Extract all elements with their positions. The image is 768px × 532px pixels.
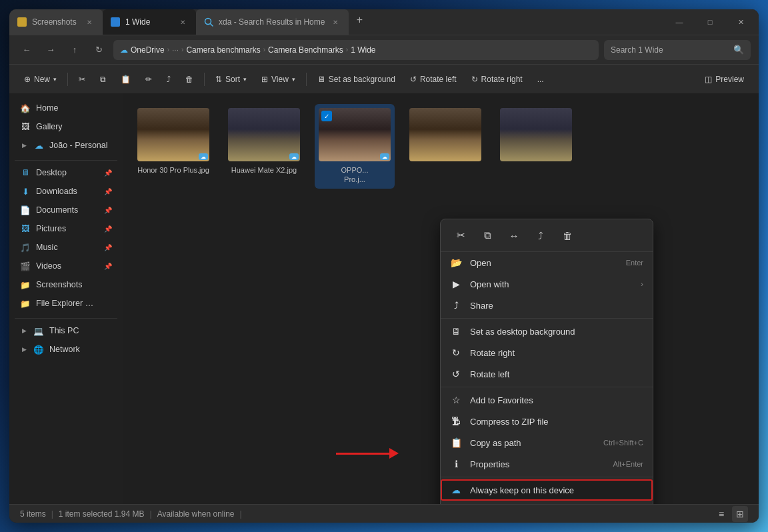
file-item-1[interactable]: ☁ Huawei Mate X2.jpg: [224, 104, 304, 189]
ctx-copypath[interactable]: 📋 Copy as path Ctrl+Shift+C: [441, 432, 653, 453]
rename-button[interactable]: ✏: [139, 71, 159, 87]
sidebar-label-thispc: This PC: [49, 326, 79, 335]
ctx-rotright-label: Rotate right: [470, 348, 515, 358]
cut-button[interactable]: ✂: [72, 71, 92, 87]
new-tab-button[interactable]: +: [349, 9, 370, 31]
ctx-rotright[interactable]: ↻ Rotate right: [441, 342, 653, 363]
minimize-button[interactable]: —: [664, 9, 695, 35]
tab-1wide[interactable]: 1 Wide ✕: [103, 9, 196, 35]
fileexplorer-icon: 📁: [20, 298, 31, 309]
ctx-share-button[interactable]: ⤴: [529, 225, 553, 246]
view-icon: ⊞: [261, 75, 268, 84]
copy-button[interactable]: ⧉: [93, 71, 113, 87]
preview-label: Preview: [715, 75, 744, 84]
ctx-paste-button[interactable]: ↔: [502, 225, 526, 246]
sidebar-item-thispc[interactable]: ▶ 💻 This PC: [12, 322, 120, 339]
ctx-open[interactable]: 📂 Open Enter: [441, 252, 653, 273]
new-button[interactable]: ⊕ New ▾: [17, 71, 63, 87]
rotate-left-icon: ↺: [410, 75, 417, 84]
sidebar-item-desktop[interactable]: 🖥 Desktop 📌: [12, 164, 120, 181]
sidebar-item-music[interactable]: 🎵 Music 📌: [12, 239, 120, 256]
context-menu: ✂ ⧉ ↔ ⤴ 🗑 📂 Open Enter ▶ Open with ›: [440, 219, 653, 504]
sidebar-item-gallery[interactable]: 🖼 Gallery: [12, 118, 120, 135]
ctx-cut-button[interactable]: ✂: [449, 225, 473, 246]
search-box[interactable]: Search 1 Wide 🔍: [604, 40, 751, 60]
ctx-properties[interactable]: ℹ Properties Alt+Enter: [441, 453, 653, 475]
refresh-button[interactable]: ↻: [89, 41, 108, 59]
file-item-4[interactable]: [496, 104, 576, 189]
view-list-button[interactable]: ≡: [713, 506, 729, 522]
ctx-setbg[interactable]: 🖥 Set as desktop background: [441, 321, 653, 342]
sidebar-label-music: Music: [36, 243, 58, 252]
ctx-openwith[interactable]: ▶ Open with ›: [441, 273, 653, 295]
pin-icon-documents: 📌: [104, 207, 112, 214]
ctx-compress[interactable]: 🗜 Compress to ZIP file: [441, 411, 653, 432]
home-icon: 🏠: [20, 103, 31, 113]
sort-icon: ⇅: [215, 75, 222, 84]
sidebar-item-pictures[interactable]: 🖼 Pictures 📌: [12, 220, 120, 237]
view-grid-button[interactable]: ⊞: [732, 506, 748, 522]
file-item-0[interactable]: ☁ Honor 30 Pro Plus.jpg: [133, 104, 213, 189]
toolbar: ⊕ New ▾ ✂ ⧉ 📋 ✏ ⤴ 🗑 ⇅ Sort ▾ ⊞ View ▾ 🖥 …: [9, 64, 759, 93]
rotate-left-button[interactable]: ↺ Rotate left: [403, 71, 463, 87]
sort-label: Sort: [225, 75, 240, 84]
ctx-alwayskeep[interactable]: ☁ Always keep on this device: [441, 479, 653, 501]
tab-search[interactable]: xda - Search Results in Home ✕: [196, 9, 349, 35]
tab-close-search[interactable]: ✕: [330, 17, 341, 27]
forward-button[interactable]: →: [41, 41, 60, 59]
more-button[interactable]: ...: [531, 71, 551, 87]
file-grid: ☁ Honor 30 Pro Plus.jpg ☁ Huawei Mate X2…: [133, 104, 748, 189]
pin-icon-downloads: 📌: [104, 188, 112, 195]
sort-button[interactable]: ⇅ Sort ▾: [209, 71, 253, 87]
more-label: ...: [537, 75, 544, 84]
preview-button[interactable]: ◫ Preview: [698, 71, 751, 87]
ctx-delete-button[interactable]: 🗑: [555, 225, 579, 246]
ctx-rotleft[interactable]: ↺ Rotate left: [441, 363, 653, 385]
ctx-openwith-arrow: ›: [641, 280, 643, 288]
ctx-copy-button[interactable]: ⧉: [475, 225, 499, 246]
sidebar-item-joao[interactable]: ▶ ☁ João - Personal: [12, 137, 120, 154]
tab-close-screenshots[interactable]: ✕: [84, 17, 95, 27]
up-button[interactable]: ↑: [65, 41, 84, 59]
delete-button[interactable]: 🗑: [179, 71, 200, 87]
view-button[interactable]: ⊞ View ▾: [255, 71, 302, 87]
tab-close-1wide[interactable]: ✕: [177, 17, 188, 27]
ctx-share[interactable]: ⤴ Share: [441, 295, 653, 316]
network-icon: 🌐: [33, 344, 44, 355]
tab-screenshots[interactable]: Screenshots ✕: [9, 9, 103, 35]
sidebar-label-screenshots: Screenshots: [36, 280, 82, 289]
sidebar-item-videos[interactable]: 🎬 Videos 📌: [12, 257, 120, 275]
breadcrumb[interactable]: ☁ OneDrive › ··· › Camera benchmarks › C…: [113, 40, 599, 60]
file-thumb-4: [500, 108, 572, 161]
maximize-button[interactable]: □: [695, 9, 725, 35]
tab-icon-1wide: [111, 17, 120, 27]
sidebar-item-home[interactable]: 🏠 Home: [12, 99, 120, 117]
ctx-openwith-label: Open with: [470, 279, 509, 289]
main-area: 🏠 Home 🖼 Gallery ▶ ☁ João - Personal 🖥 D…: [9, 93, 759, 504]
share-button[interactable]: ⤴: [160, 71, 177, 87]
file-name-1: Huawei Mate X2.jpg: [231, 165, 297, 175]
pin-icon-music: 📌: [104, 244, 112, 251]
back-button[interactable]: ←: [17, 41, 36, 59]
sidebar-item-network[interactable]: ▶ 🌐 Network: [12, 341, 120, 358]
file-item-2[interactable]: ✓ ☁ OPPO...Pro.j...: [315, 104, 395, 189]
background-button[interactable]: 🖥 Set as background: [311, 71, 402, 87]
ctx-open-icon: 📂: [450, 257, 462, 269]
sidebar-item-fileexplorer[interactable]: 📁 File Explorer gui: [12, 295, 120, 312]
rotate-right-button[interactable]: ↻ Rotate right: [465, 71, 529, 87]
sidebar-item-screenshots[interactable]: 📁 Screenshots: [12, 276, 120, 293]
sidebar-item-downloads[interactable]: ⬇ Downloads 📌: [12, 183, 120, 200]
onedrive-icon: ☁: [33, 140, 44, 151]
ctx-alwayskeep-label: Always keep on this device: [470, 485, 574, 495]
breadcrumb-onedrive: OneDrive: [131, 45, 165, 55]
ctx-sep-2: [441, 387, 653, 387]
sidebar-item-documents[interactable]: 📄 Documents 📌: [12, 201, 120, 219]
paste-button[interactable]: 📋: [114, 71, 137, 87]
ctx-copypath-label: Copy as path: [470, 438, 521, 448]
ctx-compress-icon: 🗜: [450, 415, 462, 427]
file-item-3[interactable]: [405, 104, 485, 189]
ctx-favorites[interactable]: ☆ Add to Favorites: [441, 389, 653, 411]
desktop-icon: 🖥: [20, 167, 31, 178]
filezone: ☁ Honor 30 Pro Plus.jpg ☁ Huawei Mate X2…: [123, 93, 759, 504]
close-button[interactable]: ✕: [725, 9, 756, 35]
